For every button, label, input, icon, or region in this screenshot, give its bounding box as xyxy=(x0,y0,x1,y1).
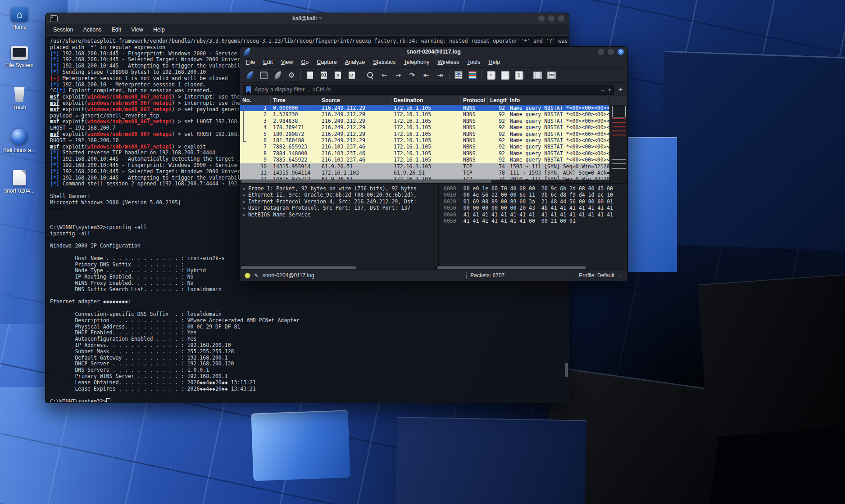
details-hscrollbar-thumb[interactable] xyxy=(241,266,356,269)
display-filter-input[interactable] xyxy=(254,86,596,93)
first-packet-icon[interactable]: ⇤ xyxy=(421,70,432,81)
packet-list-hscrollbar[interactable] xyxy=(240,180,627,183)
detail-line[interactable]: ▸Internet Protocol Version 4, Src: 216.2… xyxy=(243,198,438,205)
wireshark-menu-statistics[interactable]: Statistics xyxy=(369,59,400,65)
desktop-icon-home[interactable]: ⌂Home xyxy=(0,7,39,30)
auto-scroll-icon[interactable] xyxy=(453,70,464,81)
colorize-packets-icon[interactable] xyxy=(467,70,478,81)
wireshark-menu-go[interactable]: Go xyxy=(297,59,313,65)
reload-file-icon[interactable]: ↺ xyxy=(346,70,357,81)
expand-arrow-icon[interactable]: ▸ xyxy=(243,192,246,198)
hex-line[interactable]: 001000 4e 56 a2 00 00 6e 11 9b 6c d8 f9 … xyxy=(444,192,627,198)
go-back-icon[interactable]: ← xyxy=(379,70,390,81)
bytes-hscrollbar[interactable] xyxy=(436,266,627,270)
terminal-titlebar[interactable]: kali@kali: ~ xyxy=(45,13,569,24)
go-to-packet-icon[interactable]: ↷ xyxy=(407,70,418,81)
desktop-icon-file-system[interactable]: File System xyxy=(0,46,39,68)
terminal-menu-edit[interactable]: Edit xyxy=(106,27,126,33)
wireshark-menu-edit[interactable]: Edit xyxy=(259,59,277,65)
expert-info-icon[interactable] xyxy=(245,273,250,279)
close-file-icon[interactable]: × xyxy=(332,70,343,81)
packet-scrollbar-thumb[interactable] xyxy=(612,106,626,117)
find-packet-icon[interactable] xyxy=(365,70,376,81)
wireshark-maximize-button[interactable] xyxy=(608,49,614,55)
wireshark-menu-telephony[interactable]: Telephony xyxy=(400,59,433,65)
go-forward-icon[interactable]: → xyxy=(393,70,404,81)
packet-row[interactable]: 97885.645922216.103.237.46172.16.1.105NB… xyxy=(240,157,609,163)
resize-grip[interactable]: ⋰ xyxy=(618,273,623,279)
packet-row[interactable]: 6181.760488216.249.212.29172.16.1.105NBN… xyxy=(240,137,609,144)
wireshark-menu-view[interactable]: View xyxy=(277,59,297,65)
expand-arrow-icon[interactable]: ▸ xyxy=(243,198,246,205)
column-header-source[interactable]: Source xyxy=(319,96,391,105)
terminal-close-button[interactable] xyxy=(558,15,564,22)
wireshark-menu-analyze[interactable]: Analyze xyxy=(341,59,369,65)
terminal-maximize-button[interactable] xyxy=(548,15,554,22)
packet-hscrollbar-thumb[interactable] xyxy=(241,180,491,183)
terminal-menu-view[interactable]: View xyxy=(126,27,148,33)
terminal-menu-actions[interactable]: Actions xyxy=(78,27,106,33)
column-header-time[interactable]: Time xyxy=(271,96,319,105)
zoom-out-icon[interactable]: − xyxy=(500,70,510,81)
wireshark-menu-tools[interactable]: Tools xyxy=(463,59,484,65)
packet-row[interactable]: 87884.148000216.103.237.46172.16.1.105NB… xyxy=(240,150,609,157)
zoom-in-icon[interactable]: + xyxy=(486,70,496,81)
desktop-icon-kali-linux[interactable]: Kali Linux a... xyxy=(0,129,39,153)
zoom-100-icon[interactable]: 1 xyxy=(513,70,524,81)
packet-row[interactable]: 21.529730216.249.212.29172.16.1.105NBNS9… xyxy=(240,111,609,117)
details-hscrollbar[interactable] xyxy=(240,266,435,270)
open-file-icon[interactable] xyxy=(304,70,315,81)
desktop-icon-snort-log[interactable]: snort-0204... xyxy=(0,170,39,194)
capture-options-icon[interactable]: ⚙ xyxy=(286,70,297,81)
hex-line[interactable]: 003000 00 00 00 00 00 20 43 4b 41 41 41 … xyxy=(444,205,627,211)
last-packet-icon[interactable]: ⇥ xyxy=(435,70,445,81)
packet-row[interactable]: 1114315.964114172.16.1.10361.9.26.51TCP7… xyxy=(240,170,609,176)
profile-label[interactable]: Profile: Default xyxy=(579,272,614,279)
hex-line[interactable]: 005041 41 41 41 41 41 41 00 00 21 00 01 xyxy=(444,218,627,224)
terminal-minimize-button[interactable] xyxy=(538,15,545,22)
column-header-info[interactable]: Info xyxy=(508,96,609,105)
packet-row[interactable]: 1014315.95591461.9.26.51172.16.1.103TCP7… xyxy=(240,163,609,170)
wireshark-menu-capture[interactable]: Capture xyxy=(313,59,341,65)
terminal-scrollbar-thumb[interactable] xyxy=(565,363,568,377)
expand-arrow-icon[interactable]: ▸ xyxy=(243,205,246,211)
capture-comment-icon[interactable]: ✎ xyxy=(254,272,259,279)
detail-line[interactable]: ▸User Datagram Protocol, Src Port: 137, … xyxy=(243,205,438,211)
wireshark-close-button[interactable]: × xyxy=(618,49,624,55)
resize-columns-icon[interactable] xyxy=(532,70,543,81)
column-header-length[interactable]: Length xyxy=(488,96,508,105)
terminal-menu-session[interactable]: Session xyxy=(48,27,78,33)
expand-arrow-icon[interactable]: ▸ xyxy=(243,212,246,218)
wireshark-menu-wireless[interactable]: Wireless xyxy=(433,59,463,65)
packet-row[interactable]: 10.000000216.249.212.29172.16.1.105NBNS9… xyxy=(240,105,609,111)
bytes-hscrollbar-thumb[interactable] xyxy=(437,266,586,269)
display-columns-icon[interactable]: 123 xyxy=(546,70,557,81)
filter-dropdown-icon[interactable]: ▾ xyxy=(608,87,611,93)
add-filter-button[interactable]: + xyxy=(617,86,625,94)
packet-row[interactable]: 77882.655923216.103.237.46172.16.1.105NB… xyxy=(240,144,609,150)
packet-list-scrollbar[interactable] xyxy=(610,105,627,180)
wireshark-menu-file[interactable]: File xyxy=(242,59,259,65)
stop-capture-icon[interactable] xyxy=(258,70,269,81)
restart-capture-icon[interactable] xyxy=(272,70,283,81)
terminal-menu-help[interactable]: Help xyxy=(148,27,170,33)
wireshark-minimize-button[interactable] xyxy=(598,49,604,55)
hex-line[interactable]: 000000 e0 1e 60 70 40 08 00 20 9c 6b 2d … xyxy=(444,185,627,192)
packet-row[interactable]: 4178.769471216.249.212.29172.16.1.105NBN… xyxy=(240,124,609,130)
column-header-no[interactable]: No. xyxy=(240,96,271,105)
start-capture-icon[interactable] xyxy=(244,70,255,81)
packet-row[interactable]: 1214315.97571261.9.26.51172.16.1.103TCP7… xyxy=(240,176,609,180)
desktop-icon-trash[interactable]: Trash xyxy=(0,87,39,110)
packet-row[interactable]: 5180.299872216.249.212.29172.16.1.105NBN… xyxy=(240,131,609,137)
save-file-icon[interactable]: 01 xyxy=(318,70,329,81)
apply-filter-icon[interactable]: → xyxy=(599,86,605,93)
hex-line[interactable]: 002001 69 00 89 00 89 00 3a 21 48 44 56 … xyxy=(444,198,627,205)
wireshark-titlebar[interactable]: snort-0204@0117.log × xyxy=(240,47,627,57)
detail-line[interactable]: ▸Ethernet II, Src: Oracle_9c:6b:2d (08:0… xyxy=(243,192,438,198)
bookmark-icon[interactable] xyxy=(246,86,251,93)
column-header-protocol[interactable]: Protocol xyxy=(461,96,488,105)
wireshark-menu-help[interactable]: Help xyxy=(484,59,504,65)
detail-line[interactable]: ▸Frame 1: Packet, 92 bytes on wire (736 … xyxy=(243,185,438,192)
expand-arrow-icon[interactable]: ▸ xyxy=(243,185,246,192)
packet-row[interactable]: 32.984838216.249.212.29172.16.1.105NBNS9… xyxy=(240,118,609,124)
